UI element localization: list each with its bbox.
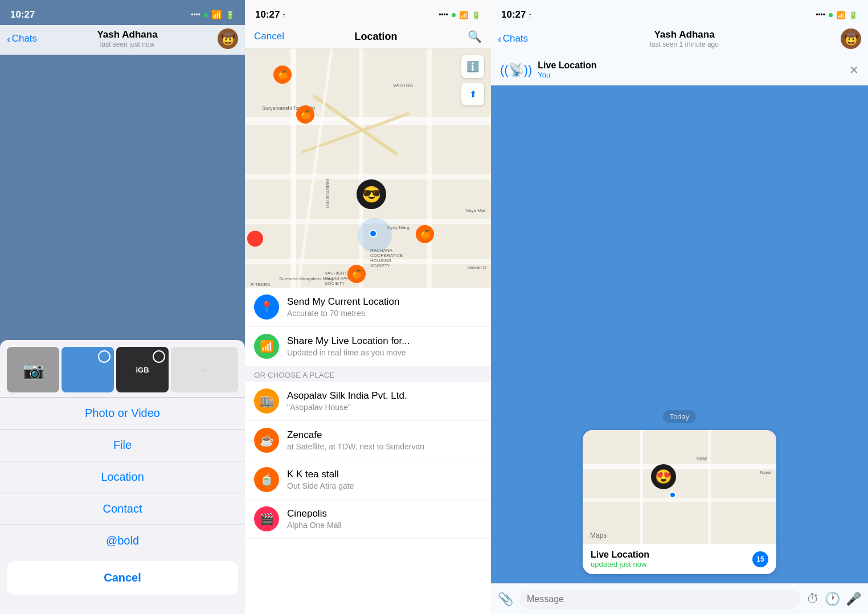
location-header: Cancel Location 🔍 — [245, 25, 491, 48]
map-label-kadamvari: Kadamvari Rd — [325, 179, 330, 208]
photo-thumb-1[interactable] — [62, 347, 114, 392]
action-location[interactable]: Location — [0, 461, 245, 493]
bubble-badge: 15 — [752, 551, 768, 567]
place-item-1[interactable]: ☕ Zencafe at Satellite, at TDW, next to … — [245, 421, 491, 460]
place-emoji-2: 🍵 — [260, 473, 274, 486]
battery-icon-2: 🔋 — [472, 11, 481, 19]
bubble-footer: Live Location updated just now 15 — [583, 544, 776, 574]
photo-thumb-3[interactable]: ··· — [171, 347, 238, 392]
signal-dot-green — [204, 13, 208, 17]
map-road-v2 — [359, 48, 363, 288]
last-seen-1: last seen just now — [37, 40, 218, 48]
live-location-text: Share My Live Location for... Updated in… — [287, 335, 482, 357]
photo-select-circle-2 — [153, 350, 165, 363]
status-time-2: 10:27 ↑ — [255, 9, 286, 21]
location-cancel-button[interactable]: Cancel — [254, 31, 284, 42]
map-pin-3: 🍊 — [416, 225, 434, 243]
current-location-text: Send My Current Location Accurate to 70 … — [287, 296, 482, 318]
bubble-user-pin: 😍 — [651, 464, 676, 489]
nav-bar-1: ‹ Chats Yash Adhana last seen just now 🤠 — [0, 25, 245, 55]
place-icon-0: 🏬 — [254, 388, 279, 414]
map-label-nabaleswar: Nabaleswar Rd — [251, 286, 282, 288]
action-file[interactable]: File — [0, 429, 245, 461]
share-live-location-item[interactable]: 📶 Share My Live Location for... Updated … — [245, 327, 491, 366]
place-item-2[interactable]: 🍵 K K tea stall Out Side Atira gate — [245, 460, 491, 500]
back-label-3[interactable]: Chats — [503, 33, 528, 44]
place-sub-2: Out Side Atira gate — [287, 481, 482, 490]
live-signal-icon: ((📡)) — [500, 63, 532, 77]
map-road-h2 — [245, 174, 491, 179]
or-choose-place-label: OR CHOOSE A PLACE — [245, 366, 491, 382]
location-list: 📍 Send My Current Location Accurate to 7… — [245, 288, 491, 614]
bubble-road-h1 — [583, 464, 776, 469]
location-search-icon[interactable]: 🔍 — [468, 30, 482, 43]
action-bold[interactable]: @bold — [0, 525, 245, 556]
signal-dots-2: •••• — [439, 11, 448, 19]
place-item-3[interactable]: 🎬 Cinepolis Alpha One Mall — [245, 500, 491, 539]
place-text-3: Cinepolis Alpha One Mall — [287, 508, 482, 530]
action-contact[interactable]: Contact — [0, 493, 245, 525]
map-road-v1 — [290, 48, 296, 288]
place-sub-3: Alpha One Mall — [287, 521, 482, 530]
map-user-pin: 😎 — [357, 179, 386, 209]
bubble-road-v2 — [708, 430, 711, 544]
clock-icon[interactable]: 🕐 — [825, 592, 840, 607]
live-loc-info: Live Location You — [538, 60, 596, 79]
share-live-label: Share My Live Location for... — [287, 335, 482, 347]
map-location-button[interactable]: ⬆ — [461, 83, 484, 105]
signal-dots-3: •••• — [816, 11, 825, 19]
message-bubble[interactable]: Nyay Naya 😍 Maps Live Location updated — [583, 430, 776, 574]
pin-icon: 📍 — [260, 300, 274, 314]
signal-icon: 📶 — [260, 339, 274, 353]
map-road-h4 — [245, 259, 491, 264]
action-contact-label: Contact — [103, 502, 142, 515]
time-label-2: 10:27 — [255, 9, 280, 21]
camera-icon: 📷 — [23, 360, 44, 380]
wifi-icon-1: 📶 — [211, 10, 222, 20]
place-icon-3: 🎬 — [254, 506, 279, 531]
p3-last-seen: last seen 1 minute ago — [528, 40, 841, 48]
panel-live-location-chat: 10:27 ↑ •••• 📶 🔋 ‹ Chats Yash Adhana las… — [491, 0, 868, 614]
live-loc-left: ((📡)) Live Location You — [500, 60, 596, 79]
camera-thumb[interactable]: 📷 — [7, 347, 59, 392]
back-label-1[interactable]: Chats — [12, 33, 37, 44]
chevron-left-icon-3: ‹ — [498, 32, 502, 46]
status-time-1: 10:27 — [10, 9, 35, 21]
timer-icon[interactable]: ⏱ — [806, 592, 819, 607]
apple-maps-badge: Maps — [588, 531, 607, 539]
message-input[interactable] — [519, 590, 801, 609]
status-time-3: 10:27 ↑ — [501, 9, 532, 21]
place-sub-0: "Asopalav House" — [287, 403, 482, 412]
action-location-label: Location — [101, 470, 144, 483]
live-close-button[interactable]: ✕ — [849, 63, 859, 77]
p3-title-area: Yash Adhana last seen 1 minute ago — [528, 29, 841, 48]
navigation-icon-3: ↑ — [528, 11, 532, 19]
action-cancel-button[interactable]: Cancel — [7, 561, 238, 595]
map-area[interactable]: VASTRA Suryamanshi Tower Rd RACHANACOOPE… — [245, 48, 491, 288]
action-file-label: File — [113, 439, 132, 451]
attach-icon[interactable]: 📎 — [498, 592, 513, 607]
photo-thumb-2[interactable]: iGB — [116, 347, 169, 392]
place-item-0[interactable]: 🏬 Asopalav Silk India Pvt. Ltd. "Asopala… — [245, 382, 491, 421]
live-location-bar: ((📡)) Live Location You ✕ — [491, 55, 868, 85]
back-button-1[interactable]: ‹ Chats — [7, 32, 37, 46]
bubble-map: Nyay Naya 😍 Maps — [583, 430, 776, 544]
info-icon: ℹ️ — [466, 60, 479, 73]
map-blue-dot — [369, 230, 377, 238]
send-current-location-item[interactable]: 📍 Send My Current Location Accurate to 7… — [245, 288, 491, 327]
send-current-label: Send My Current Location — [287, 296, 482, 308]
map-controls: ℹ️ ⬆ — [461, 55, 484, 105]
avatar-3[interactable]: 🤠 — [841, 28, 861, 49]
map-label-surendra: Surendra Mangaldas Marg — [279, 276, 333, 281]
map-pin-red — [247, 231, 263, 247]
status-icons-3: •••• 📶 🔋 — [816, 11, 858, 19]
mic-icon[interactable]: 🎤 — [846, 592, 861, 607]
map-info-button[interactable]: ℹ️ — [461, 55, 484, 78]
back-button-3[interactable]: ‹ Chats — [498, 32, 528, 46]
bubble-live-title: Live Location — [591, 550, 649, 560]
action-photo-video[interactable]: Photo or Video — [0, 397, 245, 429]
avatar-1[interactable]: 🤠 — [218, 28, 238, 49]
today-label: Today — [663, 410, 697, 423]
chevron-left-icon-1: ‹ — [7, 32, 11, 46]
battery-icon-3: 🔋 — [849, 11, 858, 19]
